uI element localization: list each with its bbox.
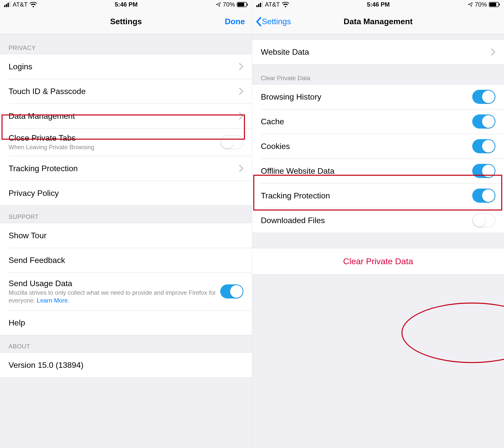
row-label: Help xyxy=(9,318,25,327)
clock-label: 5:46 PM xyxy=(115,1,138,8)
row-label: Touch ID & Passcode xyxy=(9,87,86,96)
svg-rect-1 xyxy=(238,3,244,6)
location-icon xyxy=(468,2,473,7)
row-label: Version 15.0 (13894) xyxy=(9,361,83,370)
tracking-protection-row[interactable]: Tracking Protection xyxy=(252,183,504,208)
cookies-row[interactable]: Cookies xyxy=(252,134,504,159)
page-title: Settings xyxy=(0,17,252,26)
back-button[interactable]: Settings xyxy=(252,17,291,26)
row-label: Send Feedback xyxy=(9,256,65,265)
clear-private-data-list: Browsing History Cache Cookies Offline W… xyxy=(252,84,504,233)
downloaded-files-row[interactable]: Downloaded Files xyxy=(252,208,504,233)
version-row: Version 15.0 (13894) xyxy=(0,353,252,377)
annotation-highlight-ellipse xyxy=(401,303,504,363)
back-label: Settings xyxy=(262,17,291,26)
browsing-history-toggle[interactable] xyxy=(472,90,495,104)
svg-rect-5 xyxy=(499,4,500,6)
data-management-screen: AT&T 5:46 PM 70% Settings Data Managemen… xyxy=(252,0,504,448)
location-icon xyxy=(216,2,221,7)
cell-signal-icon xyxy=(256,2,263,7)
row-label: Close Private Tabs xyxy=(9,133,220,143)
website-data-list: Website Data xyxy=(252,39,504,65)
tracking-protection-row[interactable]: Tracking Protection xyxy=(0,156,252,181)
row-label: Send Usage Data xyxy=(9,279,220,288)
about-section-header: ABOUT xyxy=(0,335,252,352)
downloaded-files-toggle[interactable] xyxy=(472,213,495,227)
cache-toggle[interactable] xyxy=(472,114,495,129)
close-private-tabs-row[interactable]: Close Private Tabs When Leaving Private … xyxy=(0,128,252,156)
svg-rect-2 xyxy=(247,4,248,6)
battery-pct-label: 70% xyxy=(475,1,487,8)
done-button[interactable]: Done xyxy=(225,17,252,26)
privacy-list: Logins Touch ID & Passcode Data Manageme… xyxy=(0,54,252,206)
row-subtitle: When Leaving Private Browsing xyxy=(9,143,220,151)
settings-screen: AT&T 5:46 PM 70% Settings Done PRIVACY L… xyxy=(0,0,252,448)
data-management-row[interactable]: Data Management xyxy=(0,104,252,128)
nav-bar: Settings Data Management xyxy=(252,9,504,34)
privacy-policy-row[interactable]: Privacy Policy xyxy=(0,181,252,205)
clear-private-data-label: Clear Private Data xyxy=(343,256,413,266)
carrier-label: AT&T xyxy=(13,1,28,8)
row-label: Downloaded Files xyxy=(261,216,325,225)
send-usage-data-row[interactable]: Send Usage Data Mozilla strives to only … xyxy=(0,273,252,310)
cell-signal-icon xyxy=(4,2,11,7)
wifi-icon xyxy=(282,2,289,7)
chevron-right-icon xyxy=(491,48,495,56)
chevron-right-icon xyxy=(239,165,243,172)
row-label: Show Tour xyxy=(9,231,47,240)
row-label: Cookies xyxy=(261,142,290,151)
row-label: Website Data xyxy=(261,47,309,57)
clock-label: 5:46 PM xyxy=(367,1,390,8)
wifi-icon xyxy=(30,2,37,7)
status-bar: AT&T 5:46 PM 70% xyxy=(0,0,252,9)
row-label: Tracking Protection xyxy=(9,164,78,173)
support-section-header: SUPPORT xyxy=(0,206,252,223)
close-private-toggle[interactable] xyxy=(220,135,243,149)
carrier-label: AT&T xyxy=(265,1,280,8)
send-usage-toggle[interactable] xyxy=(220,284,243,298)
clear-private-data-header: Clear Private Data xyxy=(252,65,504,84)
chevron-left-icon xyxy=(256,17,261,26)
learn-more-link[interactable]: Learn More. xyxy=(37,297,69,304)
send-feedback-row[interactable]: Send Feedback xyxy=(0,248,252,273)
row-label: Browsing History xyxy=(261,92,321,102)
chevron-right-icon xyxy=(239,87,243,95)
clear-private-data-button[interactable]: Clear Private Data xyxy=(252,248,504,275)
browsing-history-row[interactable]: Browsing History xyxy=(252,84,504,109)
logins-row[interactable]: Logins xyxy=(0,54,252,79)
row-label: Tracking Protection xyxy=(261,191,330,200)
website-data-row[interactable]: Website Data xyxy=(252,40,504,64)
help-row[interactable]: Help xyxy=(0,310,252,335)
row-label: Logins xyxy=(9,62,32,71)
battery-pct-label: 70% xyxy=(223,1,235,8)
row-subtitle: Mozilla strives to only collect what we … xyxy=(9,289,220,304)
svg-rect-4 xyxy=(490,3,496,6)
row-label: Data Management xyxy=(9,111,75,121)
row-label: Privacy Policy xyxy=(9,189,59,198)
touch-id-row[interactable]: Touch ID & Passcode xyxy=(0,79,252,104)
offline-data-toggle[interactable] xyxy=(472,164,495,178)
privacy-section-header: PRIVACY xyxy=(0,34,252,54)
battery-icon xyxy=(489,2,500,7)
about-list: Version 15.0 (13894) xyxy=(0,352,252,378)
nav-bar: Settings Done xyxy=(0,9,252,34)
tracking-protection-toggle[interactable] xyxy=(472,189,495,203)
row-label: Offline Website Data xyxy=(261,166,334,176)
cookies-toggle[interactable] xyxy=(472,139,495,153)
chevron-right-icon xyxy=(239,112,243,120)
row-label: Cache xyxy=(261,117,284,126)
cache-row[interactable]: Cache xyxy=(252,109,504,134)
offline-website-data-row[interactable]: Offline Website Data xyxy=(252,159,504,183)
status-bar: AT&T 5:46 PM 70% xyxy=(252,0,504,9)
support-list: Show Tour Send Feedback Send Usage Data … xyxy=(0,223,252,335)
battery-icon xyxy=(237,2,248,7)
chevron-right-icon xyxy=(239,63,243,70)
show-tour-row[interactable]: Show Tour xyxy=(0,223,252,248)
